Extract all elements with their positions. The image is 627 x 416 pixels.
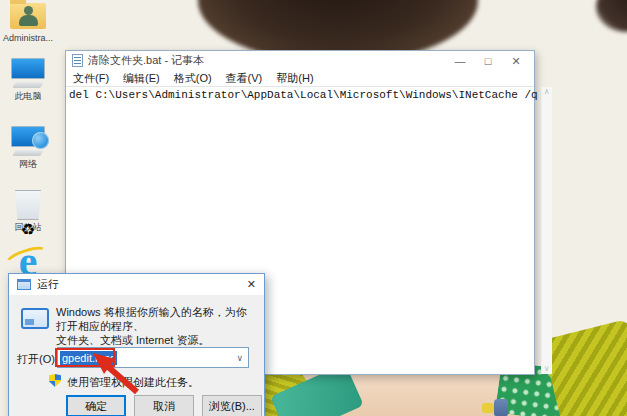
network-icon: [11, 126, 45, 157]
notepad-menubar: 文件(F) 编辑(E) 格式(O) 查看(V) 帮助(H): [66, 70, 534, 87]
notepad-icon: [72, 54, 83, 67]
icon-label: Administra...: [0, 33, 56, 43]
minimize-button[interactable]: —: [446, 52, 474, 70]
run-dialog-body: Windows 将根据你所输入的名称，为你打开相应的程序、 文件夹、文档或 In…: [9, 295, 264, 416]
globe-icon: [32, 132, 49, 149]
menu-view[interactable]: 查看(V): [226, 71, 263, 86]
run-dialog: 运行 ✕ Windows 将根据你所输入的名称，为你打开相应的程序、 文件夹、文…: [8, 273, 265, 416]
icon-label: 网络: [0, 159, 56, 169]
run-description: Windows 将根据你所输入的名称，为你打开相应的程序、 文件夹、文档或 In…: [56, 305, 252, 347]
chevron-down-icon[interactable]: ∨: [231, 353, 248, 363]
recycle-glyph: ♻: [14, 220, 42, 239]
cancel-button[interactable]: 取消: [134, 395, 194, 416]
menu-format[interactable]: 格式(O): [174, 71, 212, 86]
menu-file[interactable]: 文件(F): [73, 71, 109, 86]
maximize-button[interactable]: □: [474, 52, 502, 70]
desktop-screen: Administra... 此电脑 网络 ♻ 回收站 e: [0, 0, 627, 416]
uac-shield-icon: [49, 374, 61, 387]
admin-note: 使用管理权限创建此任务。: [67, 375, 199, 390]
run-glyph-icon: [21, 308, 49, 329]
notepad-title: 清除文件夹.bat - 记事本: [88, 53, 446, 68]
desktop-icon-this-pc[interactable]: 此电脑: [0, 58, 56, 101]
run-buttons-row: 确定 取消 浏览(B)...: [9, 395, 264, 416]
menu-edit[interactable]: 编辑(E): [123, 71, 160, 86]
browse-button[interactable]: 浏览(B)...: [202, 395, 262, 416]
wallpaper-toy: [494, 399, 508, 416]
desktop-icon-recycle-bin[interactable]: ♻ 回收站: [0, 190, 56, 232]
this-pc-icon: [11, 58, 45, 89]
desktop-icon-administrator[interactable]: Administra...: [0, 3, 56, 43]
notepad-scrollbar[interactable]: ∧ ∨: [541, 87, 552, 374]
wallpaper-hair-corner: [596, 0, 627, 32]
close-button[interactable]: ✕: [502, 52, 530, 70]
annotation-red-box: [55, 348, 115, 367]
menu-help[interactable]: 帮助(H): [276, 71, 313, 86]
ok-button[interactable]: 确定: [66, 395, 126, 416]
scroll-down-icon[interactable]: ∨: [544, 364, 550, 374]
scroll-up-icon[interactable]: ∧: [544, 87, 550, 97]
notepad-titlebar[interactable]: 清除文件夹.bat - 记事本 — □ ✕: [66, 51, 534, 70]
run-close-button[interactable]: ✕: [236, 278, 256, 291]
desktop-icon-network[interactable]: 网络: [0, 126, 56, 169]
user-folder-icon: [10, 3, 46, 31]
run-dialog-title: 运行: [37, 277, 236, 292]
icon-label: 此电脑: [0, 91, 56, 101]
run-dialog-titlebar[interactable]: 运行 ✕: [9, 274, 264, 295]
run-dialog-icon: [17, 279, 31, 290]
open-label: 打开(O):: [17, 352, 58, 367]
recycle-bin-icon: ♻: [14, 190, 42, 220]
